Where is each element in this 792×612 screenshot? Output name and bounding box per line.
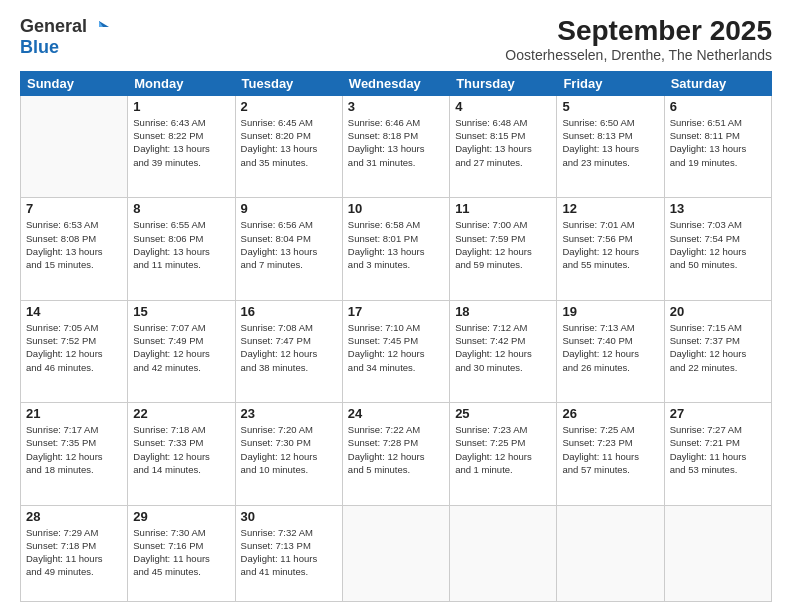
day-info: Sunrise: 7:15 AM Sunset: 7:37 PM Dayligh… [670, 321, 766, 374]
day-info: Sunrise: 7:03 AM Sunset: 7:54 PM Dayligh… [670, 218, 766, 271]
weekday-header-wednesday: Wednesday [342, 71, 449, 95]
day-number: 2 [241, 99, 337, 114]
calendar-cell: 4Sunrise: 6:48 AM Sunset: 8:15 PM Daylig… [450, 95, 557, 197]
calendar-cell [664, 505, 771, 601]
day-number: 15 [133, 304, 229, 319]
calendar-cell: 25Sunrise: 7:23 AM Sunset: 7:25 PM Dayli… [450, 403, 557, 505]
day-number: 8 [133, 201, 229, 216]
calendar-cell: 2Sunrise: 6:45 AM Sunset: 8:20 PM Daylig… [235, 95, 342, 197]
day-number: 22 [133, 406, 229, 421]
day-info: Sunrise: 6:45 AM Sunset: 8:20 PM Dayligh… [241, 116, 337, 169]
calendar-cell [557, 505, 664, 601]
day-number: 13 [670, 201, 766, 216]
day-number: 5 [562, 99, 658, 114]
calendar-table: SundayMondayTuesdayWednesdayThursdayFrid… [20, 71, 772, 602]
day-number: 28 [26, 509, 122, 524]
calendar-cell [450, 505, 557, 601]
day-info: Sunrise: 6:58 AM Sunset: 8:01 PM Dayligh… [348, 218, 444, 271]
day-info: Sunrise: 6:43 AM Sunset: 8:22 PM Dayligh… [133, 116, 229, 169]
calendar-cell: 14Sunrise: 7:05 AM Sunset: 7:52 PM Dayli… [21, 300, 128, 402]
calendar-cell: 24Sunrise: 7:22 AM Sunset: 7:28 PM Dayli… [342, 403, 449, 505]
logo: General Blue [20, 16, 109, 58]
day-number: 25 [455, 406, 551, 421]
calendar-cell: 19Sunrise: 7:13 AM Sunset: 7:40 PM Dayli… [557, 300, 664, 402]
calendar-cell: 13Sunrise: 7:03 AM Sunset: 7:54 PM Dayli… [664, 198, 771, 300]
calendar-cell: 8Sunrise: 6:55 AM Sunset: 8:06 PM Daylig… [128, 198, 235, 300]
day-number: 21 [26, 406, 122, 421]
day-info: Sunrise: 6:48 AM Sunset: 8:15 PM Dayligh… [455, 116, 551, 169]
calendar-cell: 15Sunrise: 7:07 AM Sunset: 7:49 PM Dayli… [128, 300, 235, 402]
day-number: 1 [133, 99, 229, 114]
month-title: September 2025 [505, 16, 772, 47]
day-info: Sunrise: 6:46 AM Sunset: 8:18 PM Dayligh… [348, 116, 444, 169]
day-number: 17 [348, 304, 444, 319]
calendar-cell: 29Sunrise: 7:30 AM Sunset: 7:16 PM Dayli… [128, 505, 235, 601]
day-info: Sunrise: 6:53 AM Sunset: 8:08 PM Dayligh… [26, 218, 122, 271]
calendar-cell: 3Sunrise: 6:46 AM Sunset: 8:18 PM Daylig… [342, 95, 449, 197]
day-info: Sunrise: 6:51 AM Sunset: 8:11 PM Dayligh… [670, 116, 766, 169]
calendar-cell: 1Sunrise: 6:43 AM Sunset: 8:22 PM Daylig… [128, 95, 235, 197]
calendar-cell: 9Sunrise: 6:56 AM Sunset: 8:04 PM Daylig… [235, 198, 342, 300]
day-info: Sunrise: 6:50 AM Sunset: 8:13 PM Dayligh… [562, 116, 658, 169]
day-number: 20 [670, 304, 766, 319]
day-number: 23 [241, 406, 337, 421]
day-info: Sunrise: 7:17 AM Sunset: 7:35 PM Dayligh… [26, 423, 122, 476]
logo-general-text: General [20, 16, 87, 37]
day-number: 10 [348, 201, 444, 216]
day-info: Sunrise: 6:56 AM Sunset: 8:04 PM Dayligh… [241, 218, 337, 271]
day-info: Sunrise: 7:27 AM Sunset: 7:21 PM Dayligh… [670, 423, 766, 476]
calendar-cell: 21Sunrise: 7:17 AM Sunset: 7:35 PM Dayli… [21, 403, 128, 505]
weekday-header-thursday: Thursday [450, 71, 557, 95]
weekday-header-tuesday: Tuesday [235, 71, 342, 95]
day-number: 18 [455, 304, 551, 319]
calendar-cell: 18Sunrise: 7:12 AM Sunset: 7:42 PM Dayli… [450, 300, 557, 402]
day-info: Sunrise: 7:18 AM Sunset: 7:33 PM Dayligh… [133, 423, 229, 476]
weekday-header-friday: Friday [557, 71, 664, 95]
day-number: 3 [348, 99, 444, 114]
day-info: Sunrise: 7:13 AM Sunset: 7:40 PM Dayligh… [562, 321, 658, 374]
calendar-cell: 27Sunrise: 7:27 AM Sunset: 7:21 PM Dayli… [664, 403, 771, 505]
day-number: 19 [562, 304, 658, 319]
day-number: 9 [241, 201, 337, 216]
day-info: Sunrise: 7:32 AM Sunset: 7:13 PM Dayligh… [241, 526, 337, 579]
day-info: Sunrise: 7:01 AM Sunset: 7:56 PM Dayligh… [562, 218, 658, 271]
day-info: Sunrise: 6:55 AM Sunset: 8:06 PM Dayligh… [133, 218, 229, 271]
weekday-header-monday: Monday [128, 71, 235, 95]
location-title: Oosterhesselen, Drenthe, The Netherlands [505, 47, 772, 63]
day-number: 26 [562, 406, 658, 421]
weekday-header-saturday: Saturday [664, 71, 771, 95]
calendar-cell: 28Sunrise: 7:29 AM Sunset: 7:18 PM Dayli… [21, 505, 128, 601]
logo-blue-text: Blue [20, 37, 59, 58]
day-info: Sunrise: 7:29 AM Sunset: 7:18 PM Dayligh… [26, 526, 122, 579]
calendar-cell: 30Sunrise: 7:32 AM Sunset: 7:13 PM Dayli… [235, 505, 342, 601]
day-info: Sunrise: 7:07 AM Sunset: 7:49 PM Dayligh… [133, 321, 229, 374]
calendar-cell: 6Sunrise: 6:51 AM Sunset: 8:11 PM Daylig… [664, 95, 771, 197]
day-info: Sunrise: 7:12 AM Sunset: 7:42 PM Dayligh… [455, 321, 551, 374]
day-number: 24 [348, 406, 444, 421]
title-block: September 2025 Oosterhesselen, Drenthe, … [505, 16, 772, 63]
calendar-cell: 12Sunrise: 7:01 AM Sunset: 7:56 PM Dayli… [557, 198, 664, 300]
day-info: Sunrise: 7:08 AM Sunset: 7:47 PM Dayligh… [241, 321, 337, 374]
calendar-cell: 10Sunrise: 6:58 AM Sunset: 8:01 PM Dayli… [342, 198, 449, 300]
day-number: 30 [241, 509, 337, 524]
day-number: 12 [562, 201, 658, 216]
day-info: Sunrise: 7:30 AM Sunset: 7:16 PM Dayligh… [133, 526, 229, 579]
day-number: 11 [455, 201, 551, 216]
weekday-header-sunday: Sunday [21, 71, 128, 95]
calendar-cell: 23Sunrise: 7:20 AM Sunset: 7:30 PM Dayli… [235, 403, 342, 505]
logo-bird-icon [89, 17, 109, 37]
day-info: Sunrise: 7:05 AM Sunset: 7:52 PM Dayligh… [26, 321, 122, 374]
calendar-cell: 11Sunrise: 7:00 AM Sunset: 7:59 PM Dayli… [450, 198, 557, 300]
calendar-cell: 17Sunrise: 7:10 AM Sunset: 7:45 PM Dayli… [342, 300, 449, 402]
calendar-cell: 22Sunrise: 7:18 AM Sunset: 7:33 PM Dayli… [128, 403, 235, 505]
day-number: 7 [26, 201, 122, 216]
day-number: 14 [26, 304, 122, 319]
day-info: Sunrise: 7:22 AM Sunset: 7:28 PM Dayligh… [348, 423, 444, 476]
day-number: 27 [670, 406, 766, 421]
day-number: 4 [455, 99, 551, 114]
calendar-cell: 16Sunrise: 7:08 AM Sunset: 7:47 PM Dayli… [235, 300, 342, 402]
day-number: 16 [241, 304, 337, 319]
calendar-cell: 20Sunrise: 7:15 AM Sunset: 7:37 PM Dayli… [664, 300, 771, 402]
calendar-cell [342, 505, 449, 601]
calendar-cell: 26Sunrise: 7:25 AM Sunset: 7:23 PM Dayli… [557, 403, 664, 505]
